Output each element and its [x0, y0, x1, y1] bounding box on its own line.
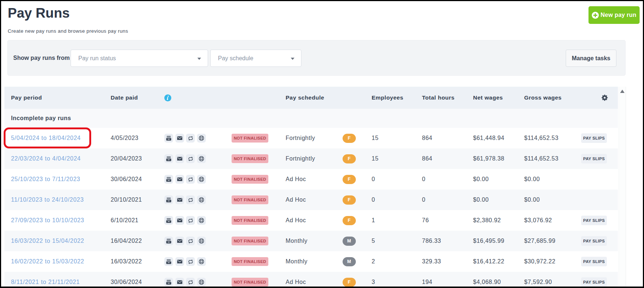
status-badge: NOT FINALISED — [232, 134, 268, 143]
help-buoy-icon[interactable] — [197, 278, 206, 287]
table-row: 22/03/2024 to 4/04/2024 20/04/2023 NOT F… — [4, 148, 618, 169]
pay-period-link[interactable]: 5/04/2024 to 18/04/2024 — [11, 135, 81, 141]
help-buoy-icon[interactable] — [197, 154, 206, 163]
pay-period-link[interactable]: 25/10/2023 to 7/11/2023 — [11, 176, 80, 182]
cell-total-hours: 329.33 — [422, 258, 473, 265]
cell-total-hours: 194 — [422, 279, 473, 285]
status-badge: NOT FINALISED — [232, 257, 268, 266]
col-pay-period: Pay period — [4, 94, 111, 101]
pay-period-link[interactable]: 27/09/2023 to 10/10/2023 — [11, 217, 84, 223]
email-icon[interactable] — [175, 278, 184, 287]
help-buoy-icon[interactable] — [197, 237, 206, 245]
cell-employees: 2 — [372, 258, 422, 265]
table-row: 27/09/2023 to 10/10/2023 6/10/2021 NOT F… — [4, 210, 618, 231]
pay-slips-button[interactable]: PAY SLIPS — [581, 133, 607, 143]
help-buoy-icon[interactable] — [197, 195, 206, 204]
cell-net-wages: $2,380.92 — [473, 217, 524, 224]
cell-pay-schedule: Fortnightly — [286, 155, 343, 162]
col-net-wages: Net wages — [473, 94, 524, 101]
payslip-archive-icon[interactable] — [164, 154, 173, 163]
help-buoy-icon[interactable] — [197, 216, 206, 225]
status-badge: NOT FINALISED — [232, 154, 268, 163]
cell-pay-schedule: Ad Hoc — [286, 279, 343, 285]
email-icon[interactable] — [175, 195, 184, 204]
cell-schedule-badge: F — [343, 195, 372, 205]
pay-slips-button[interactable]: PAY SLIPS — [581, 216, 607, 225]
cell-total-hours: 786.33 — [422, 238, 473, 244]
scroll-up-arrow-icon[interactable] — [620, 90, 625, 93]
table-row: 16/02/2022 to 15/03/2022 16/03/2022 NOT … — [4, 251, 618, 272]
cell-pay-period: 16/03/2022 to 15/04/2022 — [4, 238, 111, 244]
cell-date-paid: 20/10/2021 — [111, 197, 164, 203]
cell-pay-schedule: Ad Hoc — [286, 197, 343, 203]
cell-pay-slips: PAY SLIPS — [581, 216, 618, 225]
cell-pay-period: 25/10/2023 to 7/11/2023 — [4, 176, 111, 183]
table-row: 8/11/2021 to 21/11/2021 30/06/2024 NOT F… — [4, 272, 618, 288]
payslip-archive-icon[interactable] — [164, 278, 173, 287]
vertical-scrollbar[interactable] — [619, 87, 626, 287]
table-row: 5/04/2024 to 18/04/2024 4/05/2023 NOT FI… — [4, 128, 618, 148]
cell-status: NOT FINALISED — [232, 134, 286, 143]
cell-status: NOT FINALISED — [232, 237, 286, 245]
recalculate-icon[interactable] — [186, 278, 195, 287]
pay-period-link[interactable]: 8/11/2021 to 21/11/2021 — [11, 279, 80, 285]
manage-tasks-button[interactable]: Manage tasks — [566, 50, 616, 67]
recalculate-icon[interactable] — [186, 175, 195, 184]
cell-status: NOT FINALISED — [232, 278, 286, 287]
cell-employees: 0 — [372, 176, 422, 183]
email-icon[interactable] — [175, 216, 184, 225]
pay-slips-button[interactable]: PAY SLIPS — [581, 154, 607, 163]
recalculate-icon[interactable] — [186, 237, 195, 245]
pay-period-link[interactable]: 22/03/2024 to 4/04/2024 — [11, 155, 81, 162]
payslip-archive-icon[interactable] — [164, 195, 173, 204]
pay-schedule-dropdown[interactable]: Pay schedule — [210, 50, 301, 67]
help-buoy-icon[interactable] — [197, 175, 206, 184]
help-buoy-icon[interactable] — [197, 134, 206, 143]
cell-net-wages: $0.00 — [473, 197, 524, 203]
pay-period-link[interactable]: 16/03/2022 to 15/04/2022 — [11, 238, 84, 244]
new-pay-run-button[interactable]: New pay run — [588, 6, 640, 24]
email-icon[interactable] — [175, 257, 184, 266]
cell-schedule-badge: F — [343, 278, 372, 287]
col-settings — [581, 94, 618, 101]
pay-slips-button[interactable]: PAY SLIPS — [581, 257, 607, 266]
payslip-archive-icon[interactable] — [164, 216, 173, 225]
row-actions — [164, 278, 232, 287]
row-actions — [164, 175, 232, 184]
cell-pay-slips: PAY SLIPS — [581, 236, 618, 246]
recalculate-icon[interactable] — [186, 257, 195, 266]
cell-employees: 15 — [372, 135, 422, 141]
pay-period-link[interactable]: 16/02/2022 to 15/03/2022 — [11, 258, 84, 264]
pay-period-link[interactable]: 11/10/2023 to 24/10/2023 — [11, 197, 84, 203]
email-icon[interactable] — [175, 134, 184, 143]
email-icon[interactable] — [175, 237, 184, 245]
payslip-archive-icon[interactable] — [164, 237, 173, 245]
pay-run-status-dropdown[interactable]: Pay run status — [71, 50, 208, 67]
cell-gross-wages: $30,972.22 — [524, 258, 581, 265]
recalculate-icon[interactable] — [186, 216, 195, 225]
filter-label: Show pay runs from — [13, 40, 70, 75]
payslip-archive-icon[interactable] — [164, 257, 173, 266]
pay-slips-button[interactable]: PAY SLIPS — [581, 236, 607, 246]
schedule-frequency-badge: F — [343, 134, 356, 143]
cell-net-wages: $0.00 — [473, 176, 524, 183]
cell-date-paid: 4/05/2023 — [111, 135, 164, 141]
schedule-frequency-badge: M — [343, 257, 356, 266]
payslip-archive-icon[interactable] — [164, 175, 173, 184]
gear-icon[interactable] — [601, 94, 618, 101]
cell-status: NOT FINALISED — [232, 195, 286, 204]
help-buoy-icon[interactable] — [197, 257, 206, 266]
recalculate-icon[interactable] — [186, 134, 195, 143]
pay-slips-button[interactable]: PAY SLIPS — [581, 277, 607, 287]
cell-pay-slips: PAY SLIPS — [581, 154, 618, 163]
email-icon[interactable] — [175, 154, 184, 163]
recalculate-icon[interactable] — [186, 195, 195, 204]
recalculate-icon[interactable] — [186, 154, 195, 163]
cell-gross-wages: $3,076.92 — [524, 217, 581, 224]
email-icon[interactable] — [175, 175, 184, 184]
info-icon[interactable] — [164, 94, 232, 101]
cell-date-paid: 30/06/2024 — [111, 176, 164, 183]
cell-date-paid: 30/06/2024 — [111, 279, 164, 285]
payslip-archive-icon[interactable] — [164, 134, 173, 143]
pay-runs-table: Pay period Date paid Pay schedule Employ… — [4, 87, 618, 288]
